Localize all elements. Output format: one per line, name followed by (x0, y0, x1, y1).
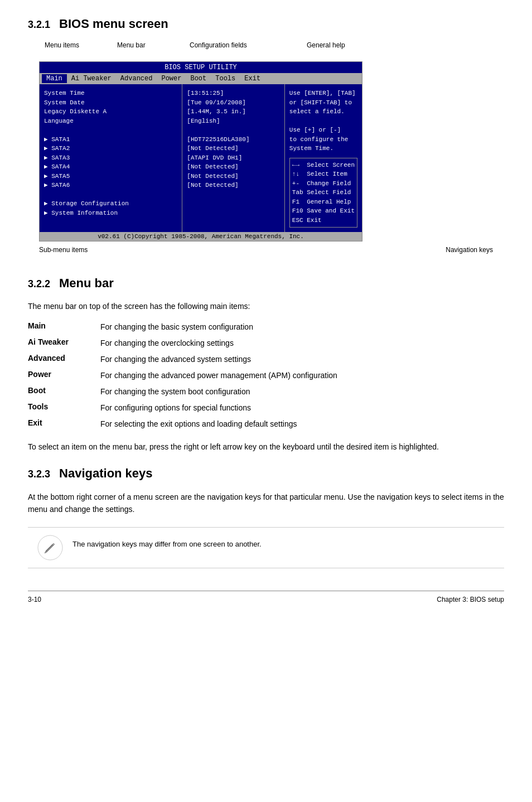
section-321-number: 3.2.1 (28, 19, 50, 31)
bios-nav-f1: F1 General Help (292, 197, 355, 207)
bios-right-panel: Use [ENTER], [TAB] or [SHIFT-TAB] to sel… (285, 84, 362, 232)
bios-sata2: SATA2 (44, 144, 177, 153)
menu-label-power: Power (28, 368, 100, 384)
table-row: Main For changing the basic system confi… (28, 319, 504, 335)
bios-screen: BIOS SETUP UTILITY Main Ai Tweaker Advan… (39, 61, 362, 241)
note-icon (37, 534, 64, 561)
bios-time-val: [13:51:25] (187, 89, 280, 98)
label-config-fields: Configuration fields (190, 41, 247, 49)
page-footer: 3-10 Chapter 3: BIOS setup (28, 591, 504, 603)
bios-title: BIOS SETUP UTILITY (165, 64, 237, 71)
bios-footer-text: v02.61 (C)Copyright 1985-2008, American … (98, 233, 304, 240)
menu-label-aitweaker: Ai Tweaker (28, 335, 100, 351)
label-menu-items: Menu items (45, 41, 79, 49)
bios-nav-f10: F10 Save and Exit (292, 206, 355, 216)
menu-label-tools: Tools (28, 400, 100, 416)
chapter-label: Chapter 3: BIOS setup (437, 596, 504, 603)
bios-system-info: System Information (44, 209, 177, 218)
bios-storage-config: Storage Configuration (44, 199, 177, 209)
menu-desc-advanced: For changing the advanced system setting… (100, 351, 504, 368)
table-row: Exit For selecting the exit options and … (28, 416, 504, 432)
bios-sata4-val: [Not Detected] (187, 162, 280, 172)
bios-menu-boot[interactable]: Boot (186, 74, 211, 83)
bios-center-panel: [13:51:25] [Tue 09/16/2008] [1.44M, 3.5 … (182, 84, 285, 232)
section-322-number: 3.2.2 (28, 278, 50, 290)
label-general-help: General help (307, 41, 345, 49)
bios-language: Language (44, 117, 177, 126)
section-321-header: 3.2.1 BIOS menu screen (28, 17, 504, 31)
menu-label-main: Main (28, 319, 100, 335)
bios-spacer1 (44, 125, 177, 135)
bios-sata6: SATA6 (44, 181, 177, 190)
section-322-header: 3.2.2 Menu bar (28, 276, 504, 291)
bios-date-val: [Tue 09/16/2008] (187, 98, 280, 108)
section-323-header: 3.2.3 Navigation keys (28, 466, 504, 481)
menu-label-boot: Boot (28, 384, 100, 400)
section-323-title: Navigation keys (59, 466, 153, 481)
bios-system-date: System Date (44, 98, 177, 108)
bios-nav-screen: ←→ Select Screen (292, 161, 355, 170)
label-navigation-keys: Navigation keys (446, 246, 493, 254)
bios-lang-val: [English] (187, 117, 280, 126)
bios-menu-aitweaker[interactable]: Ai Tweaker (67, 74, 116, 83)
bios-help1: Use [ENTER], [TAB] (289, 89, 357, 98)
section-323-number: 3.2.3 (28, 468, 50, 480)
bios-menu-advanced[interactable]: Advanced (116, 74, 157, 83)
menu-desc-exit: For selecting the exit options and loadi… (100, 416, 504, 432)
bios-menu-tools[interactable]: Tools (211, 74, 240, 83)
menu-label-exit: Exit (28, 416, 100, 432)
bios-sata6-val: [Not Detected] (187, 181, 280, 190)
diagram-top-labels: Menu items Menu bar Configuration fields… (28, 41, 504, 58)
bios-help5: to configure the (289, 135, 357, 144)
menu-desc-power: For changing the advanced power manageme… (100, 368, 504, 384)
bios-sata1-val: [HDT722516DLA380] (187, 135, 280, 144)
diagram-bottom-labels: Sub-menu items Navigation keys (28, 246, 504, 254)
bios-sata3: SATA3 (44, 153, 177, 163)
bios-menu-main[interactable]: Main (42, 74, 67, 83)
bios-help3: select a field. (289, 107, 357, 117)
bios-legacy-diskette: Legacy Diskette A (44, 107, 177, 117)
label-menu-bar: Menu bar (117, 41, 146, 49)
note-text: The navigation keys may differ from one … (72, 534, 262, 550)
bios-footer: v02.61 (C)Copyright 1985-2008, American … (40, 232, 362, 241)
page-number: 3-10 (28, 596, 41, 603)
menu-desc-tools: For configuring options for special func… (100, 400, 504, 416)
menu-desc-main: For changing the basic system configurat… (100, 319, 504, 335)
bios-sata5: SATA5 (44, 172, 177, 181)
bios-nav-field: +- Change Field (292, 179, 355, 189)
section-322-title: Menu bar (59, 276, 114, 291)
bios-system-time: System Time (44, 89, 177, 98)
menu-desc-aitweaker: For changing the overclocking settings (100, 335, 504, 351)
pencil-icon (37, 534, 64, 561)
bios-menu-exit[interactable]: Exit (240, 74, 265, 83)
section-322-intro: The menu bar on top of the screen has th… (28, 301, 504, 312)
bios-sata2-val: [Not Detected] (187, 144, 280, 153)
section-323-body: At the bottom right corner of a menu scr… (28, 491, 504, 516)
table-row: Boot For changing the system boot config… (28, 384, 504, 400)
table-row: Ai Tweaker For changing the overclocking… (28, 335, 504, 351)
label-sub-menu-items: Sub-menu items (39, 246, 88, 254)
menu-label-advanced: Advanced (28, 351, 100, 368)
bios-diagram: Menu items Menu bar Configuration fields… (28, 41, 504, 254)
bios-title-bar: BIOS SETUP UTILITY (40, 62, 362, 73)
bios-sata5-val: [Not Detected] (187, 172, 280, 181)
section-322-footer: To select an item on the menu bar, press… (28, 441, 504, 453)
bios-help-spacer (289, 117, 357, 126)
bios-diskette-val: [1.44M, 3.5 in.] (187, 107, 280, 117)
bios-nav-tab: Tab Select Field (292, 188, 355, 197)
table-row: Tools For configuring options for specia… (28, 400, 504, 416)
bios-help6: System Time. (289, 144, 357, 153)
menu-desc-boot: For changing the system boot configurati… (100, 384, 504, 400)
bios-sata1: SATA1 (44, 135, 177, 144)
bios-nav-esc: ESC Exit (292, 216, 355, 225)
table-row: Power For changing the advanced power ma… (28, 368, 504, 384)
bios-menu-power[interactable]: Power (157, 74, 186, 83)
menu-bar-table: Main For changing the basic system confi… (28, 319, 504, 432)
section-321-title: BIOS menu screen (59, 17, 168, 31)
bios-sata4: SATA4 (44, 162, 177, 172)
section-322-body: The menu bar on top of the screen has th… (28, 301, 504, 453)
bios-help4: Use [+] or [-] (289, 125, 357, 135)
note-box: The navigation keys may differ from one … (28, 527, 504, 568)
table-row: Advanced For changing the advanced syste… (28, 351, 504, 368)
bios-spacer2 (44, 190, 177, 200)
